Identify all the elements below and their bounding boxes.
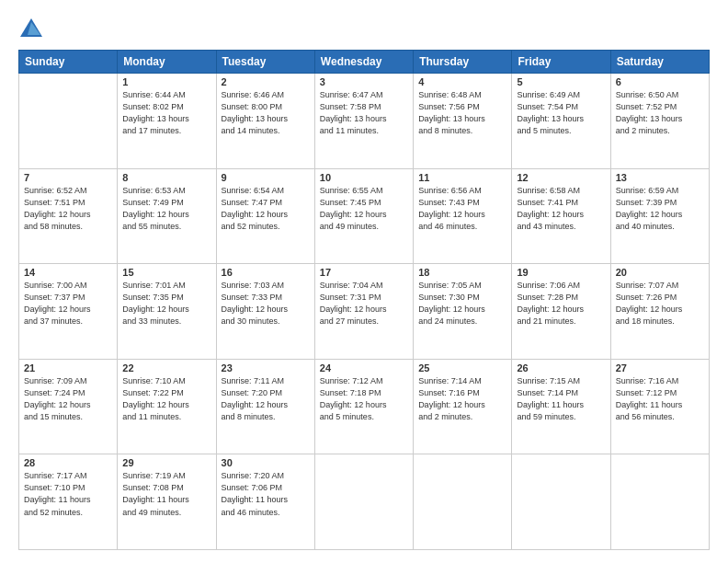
calendar-cell: 18Sunrise: 7:05 AMSunset: 7:30 PMDayligh… bbox=[414, 264, 512, 360]
calendar-cell: 4Sunrise: 6:48 AMSunset: 7:56 PMDaylight… bbox=[414, 74, 512, 169]
calendar-header-sunday: Sunday bbox=[19, 51, 118, 74]
day-number: 24 bbox=[320, 362, 408, 373]
calendar-cell: 2Sunrise: 6:46 AMSunset: 8:00 PMDaylight… bbox=[216, 74, 314, 169]
day-number: 11 bbox=[418, 172, 506, 183]
calendar-week-row: 21Sunrise: 7:09 AMSunset: 7:24 PMDayligh… bbox=[19, 359, 710, 454]
calendar-cell: 5Sunrise: 6:49 AMSunset: 7:54 PMDaylight… bbox=[512, 74, 610, 169]
day-info: Sunrise: 6:50 AMSunset: 7:52 PMDaylight:… bbox=[616, 89, 704, 137]
calendar-cell: 28Sunrise: 7:17 AMSunset: 7:10 PMDayligh… bbox=[19, 454, 118, 550]
day-info: Sunrise: 7:10 AMSunset: 7:22 PMDaylight:… bbox=[122, 375, 210, 423]
day-number: 8 bbox=[122, 172, 210, 183]
calendar-cell: 24Sunrise: 7:12 AMSunset: 7:18 PMDayligh… bbox=[314, 359, 413, 454]
day-number: 10 bbox=[320, 172, 408, 183]
day-number: 27 bbox=[616, 362, 704, 373]
calendar-cell: 19Sunrise: 7:06 AMSunset: 7:28 PMDayligh… bbox=[512, 264, 610, 360]
day-info: Sunrise: 6:53 AMSunset: 7:49 PMDaylight:… bbox=[122, 185, 210, 233]
day-number: 20 bbox=[616, 267, 704, 278]
calendar-cell: 12Sunrise: 6:58 AMSunset: 7:41 PMDayligh… bbox=[512, 168, 610, 264]
day-info: Sunrise: 7:16 AMSunset: 7:12 PMDaylight:… bbox=[616, 375, 704, 423]
day-number: 29 bbox=[122, 457, 210, 468]
day-number: 12 bbox=[517, 172, 605, 183]
calendar-cell: 17Sunrise: 7:04 AMSunset: 7:31 PMDayligh… bbox=[314, 264, 413, 360]
day-info: Sunrise: 7:20 AMSunset: 7:06 PMDaylight:… bbox=[222, 470, 310, 518]
calendar-cell bbox=[414, 454, 512, 550]
day-number: 4 bbox=[418, 76, 506, 87]
day-info: Sunrise: 6:59 AMSunset: 7:39 PMDaylight:… bbox=[616, 185, 704, 233]
day-info: Sunrise: 6:47 AMSunset: 7:58 PMDaylight:… bbox=[320, 89, 408, 137]
day-number: 23 bbox=[222, 362, 310, 373]
calendar-cell: 21Sunrise: 7:09 AMSunset: 7:24 PMDayligh… bbox=[19, 359, 118, 454]
calendar-cell: 30Sunrise: 7:20 AMSunset: 7:06 PMDayligh… bbox=[216, 454, 314, 550]
calendar-header-monday: Monday bbox=[118, 51, 216, 74]
day-info: Sunrise: 6:49 AMSunset: 7:54 PMDaylight:… bbox=[517, 89, 605, 137]
calendar-cell: 25Sunrise: 7:14 AMSunset: 7:16 PMDayligh… bbox=[414, 359, 512, 454]
day-number: 18 bbox=[418, 267, 506, 278]
day-number: 2 bbox=[222, 76, 310, 87]
calendar-cell: 13Sunrise: 6:59 AMSunset: 7:39 PMDayligh… bbox=[610, 168, 709, 264]
calendar-cell: 26Sunrise: 7:15 AMSunset: 7:14 PMDayligh… bbox=[512, 359, 610, 454]
day-number: 30 bbox=[222, 457, 310, 468]
calendar-header-saturday: Saturday bbox=[610, 51, 709, 74]
day-info: Sunrise: 6:58 AMSunset: 7:41 PMDaylight:… bbox=[517, 185, 605, 233]
day-number: 17 bbox=[320, 267, 408, 278]
calendar-cell: 29Sunrise: 7:19 AMSunset: 7:08 PMDayligh… bbox=[118, 454, 216, 550]
calendar-cell bbox=[314, 454, 413, 550]
calendar-cell: 8Sunrise: 6:53 AMSunset: 7:49 PMDaylight… bbox=[118, 168, 216, 264]
calendar-cell: 15Sunrise: 7:01 AMSunset: 7:35 PMDayligh… bbox=[118, 264, 216, 360]
day-number: 28 bbox=[24, 457, 112, 468]
calendar-cell: 1Sunrise: 6:44 AMSunset: 8:02 PMDaylight… bbox=[118, 74, 216, 169]
calendar-header-thursday: Thursday bbox=[414, 51, 512, 74]
calendar-header-tuesday: Tuesday bbox=[216, 51, 314, 74]
day-info: Sunrise: 7:19 AMSunset: 7:08 PMDaylight:… bbox=[122, 470, 210, 518]
calendar-week-row: 28Sunrise: 7:17 AMSunset: 7:10 PMDayligh… bbox=[19, 454, 710, 550]
calendar-header-row: SundayMondayTuesdayWednesdayThursdayFrid… bbox=[19, 51, 710, 74]
day-number: 15 bbox=[122, 267, 210, 278]
day-number: 22 bbox=[122, 362, 210, 373]
day-number: 7 bbox=[24, 172, 112, 183]
day-info: Sunrise: 7:04 AMSunset: 7:31 PMDaylight:… bbox=[320, 280, 408, 327]
calendar-week-row: 1Sunrise: 6:44 AMSunset: 8:02 PMDaylight… bbox=[19, 74, 710, 169]
day-info: Sunrise: 7:07 AMSunset: 7:26 PMDaylight:… bbox=[616, 280, 704, 327]
logo bbox=[18, 17, 46, 42]
day-number: 3 bbox=[320, 76, 408, 87]
day-info: Sunrise: 7:03 AMSunset: 7:33 PMDaylight:… bbox=[222, 280, 310, 327]
day-number: 1 bbox=[122, 76, 210, 87]
day-number: 13 bbox=[616, 172, 704, 183]
day-info: Sunrise: 7:00 AMSunset: 7:37 PMDaylight:… bbox=[24, 280, 112, 327]
calendar-week-row: 7Sunrise: 6:52 AMSunset: 7:51 PMDaylight… bbox=[19, 168, 710, 264]
day-number: 6 bbox=[616, 76, 704, 87]
day-info: Sunrise: 6:56 AMSunset: 7:43 PMDaylight:… bbox=[418, 185, 506, 233]
day-number: 19 bbox=[517, 267, 605, 278]
calendar-cell: 20Sunrise: 7:07 AMSunset: 7:26 PMDayligh… bbox=[610, 264, 709, 360]
calendar-cell: 14Sunrise: 7:00 AMSunset: 7:37 PMDayligh… bbox=[19, 264, 118, 360]
day-number: 9 bbox=[222, 172, 310, 183]
day-info: Sunrise: 6:46 AMSunset: 8:00 PMDaylight:… bbox=[222, 89, 310, 137]
header bbox=[18, 17, 710, 42]
calendar-header-friday: Friday bbox=[512, 51, 610, 74]
calendar-cell bbox=[610, 454, 709, 550]
day-info: Sunrise: 6:52 AMSunset: 7:51 PMDaylight:… bbox=[24, 185, 112, 233]
calendar-week-row: 14Sunrise: 7:00 AMSunset: 7:37 PMDayligh… bbox=[19, 264, 710, 360]
day-number: 21 bbox=[24, 362, 112, 373]
day-number: 14 bbox=[24, 267, 112, 278]
day-info: Sunrise: 6:44 AMSunset: 8:02 PMDaylight:… bbox=[122, 89, 210, 137]
calendar-cell: 9Sunrise: 6:54 AMSunset: 7:47 PMDaylight… bbox=[216, 168, 314, 264]
day-number: 5 bbox=[517, 76, 605, 87]
day-info: Sunrise: 7:09 AMSunset: 7:24 PMDaylight:… bbox=[24, 375, 112, 423]
calendar-cell: 6Sunrise: 6:50 AMSunset: 7:52 PMDaylight… bbox=[610, 74, 709, 169]
day-info: Sunrise: 6:55 AMSunset: 7:45 PMDaylight:… bbox=[320, 185, 408, 233]
calendar-cell: 16Sunrise: 7:03 AMSunset: 7:33 PMDayligh… bbox=[216, 264, 314, 360]
logo-icon bbox=[18, 17, 44, 42]
calendar-cell bbox=[19, 74, 118, 169]
calendar-cell: 10Sunrise: 6:55 AMSunset: 7:45 PMDayligh… bbox=[314, 168, 413, 264]
day-number: 16 bbox=[222, 267, 310, 278]
day-info: Sunrise: 6:48 AMSunset: 7:56 PMDaylight:… bbox=[418, 89, 506, 137]
calendar-cell: 23Sunrise: 7:11 AMSunset: 7:20 PMDayligh… bbox=[216, 359, 314, 454]
day-info: Sunrise: 7:06 AMSunset: 7:28 PMDaylight:… bbox=[517, 280, 605, 327]
day-number: 25 bbox=[418, 362, 506, 373]
page: SundayMondayTuesdayWednesdayThursdayFrid… bbox=[0, 0, 728, 563]
day-info: Sunrise: 7:12 AMSunset: 7:18 PMDaylight:… bbox=[320, 375, 408, 423]
calendar-cell bbox=[512, 454, 610, 550]
day-info: Sunrise: 6:54 AMSunset: 7:47 PMDaylight:… bbox=[222, 185, 310, 233]
day-number: 26 bbox=[517, 362, 605, 373]
